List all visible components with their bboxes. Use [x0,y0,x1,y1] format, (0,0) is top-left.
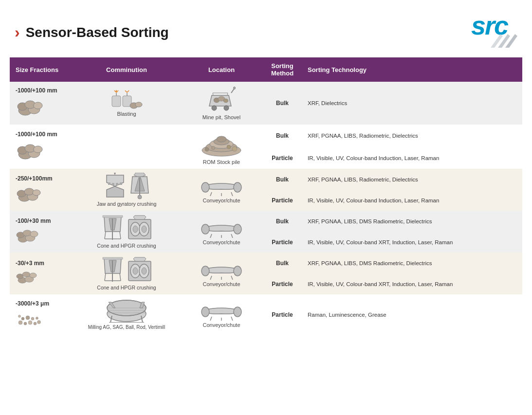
method-label: Particle [272,281,293,288]
logo-area: src [469,9,517,48]
technology-text: IR, Visible, UV, Colour-band XRT, Induct… [308,281,453,287]
svg-line-93 [210,276,212,280]
header-comminution: Comminution [73,57,180,82]
size-label: -1000/+100 mm [16,131,67,138]
blasting-icon-container: Blasting [79,90,174,117]
technology-text: XRF, Dielectrics [308,100,347,106]
method-label: Bulk [276,260,289,267]
svg-point-115 [202,307,209,317]
comminution-cell [73,125,180,169]
size-cell: -1000/+100 mm [10,82,73,125]
comminution-cell: Milling AG, SAG, Ball, Rod, Vertimill [73,294,180,335]
svg-line-16 [125,90,127,92]
mill-icon-container: Milling AG, SAG, Ball, Rod, Vertimill [79,298,174,331]
comminution-cell: Cone and HPGR crushing [73,211,180,253]
size-label: -250/+100mm [16,175,67,182]
location-cell: Conveyor/chute [180,169,263,211]
technology-cell-bulk: XRF, PGNAA, LIBS, DMS Radiometric, Diele… [302,253,522,273]
svg-point-80 [30,273,37,278]
svg-point-50 [138,195,142,199]
table-row: -250/+100mm [10,169,522,190]
size-label: -30/+3 mm [16,260,67,267]
comminution-cell: Jaw and gyratory crushing [73,169,180,211]
location-cell: Conveyor/chute [180,253,263,294]
comminution-label: Cone and HPGR crushing [97,285,156,290]
crusher-icons [102,215,152,241]
technology-text: IR, Visible, UV, Colour-band Induction, … [308,198,439,203]
comminution-label: Milling AG, SAG, Ball, Rod, Vertimill [88,324,165,331]
title-chevron-icon: › [15,23,20,41]
method-cell-bulk: Bulk [263,253,302,273]
svg-point-30 [34,146,42,153]
mill-icon [105,298,148,323]
conveyor-icon [200,177,243,196]
svg-point-21 [224,106,229,110]
svg-line-117 [210,317,212,321]
svg-point-70 [142,226,147,233]
stock-pile-icon-container: ROM Stock pile [186,128,257,165]
technology-cell-particle: IR, Visible, UV, Colour-band XRT, Induct… [302,273,522,294]
svg-point-71 [202,224,209,234]
method-label: Particle [272,239,293,246]
svg-line-75 [231,234,233,238]
conveyor-icon [200,218,243,238]
svg-point-20 [212,106,217,110]
svg-line-95 [231,276,233,280]
svg-point-98 [28,321,32,325]
svg-point-92 [234,266,241,276]
comminution-cell: Cone and HPGR crushing [73,253,180,294]
svg-point-97 [24,322,27,325]
svg-point-96 [18,321,22,325]
svg-point-104 [36,317,38,320]
mine-pit-icon-container: Mine pit, Shovel [186,86,257,121]
svg-rect-48 [120,182,122,185]
svg-line-53 [210,192,212,196]
size-cell: -100/+30 mm [10,211,73,253]
svg-point-19 [135,102,142,107]
method-label: Bulk [276,132,289,139]
location-cell: ROM Stock pile [180,125,263,169]
size-label: -1000/+100 mm [16,87,67,94]
jaw-crusher-icon-container: Jaw and gyratory crushing [79,173,174,207]
method-label: Particle [272,155,293,162]
location-cell: Conveyor/chute [180,211,263,253]
svg-point-90 [142,268,147,274]
conveyor3-icon [200,301,243,321]
table-row: -100/+30 mm [10,211,522,232]
crusher-icons [102,256,152,283]
method-cell-particle: Particle [263,273,302,294]
location-label: Conveyor/chute [202,198,240,203]
rocks-icon [16,96,45,118]
svg-rect-46 [112,183,114,185]
cone-crusher2-icon [102,256,124,283]
technology-cell-bulk: XRF, PGNAA, LIBS, Radiometric, Dielectri… [302,169,522,190]
method-cell-particle: Particle [263,190,302,211]
blasting-icon [107,90,146,109]
svg-point-116 [234,307,241,317]
method-cell-bulk: Bulk [263,169,302,190]
svg-line-119 [231,317,233,321]
table-row: -30/+3 mm [10,253,522,273]
cone-crusher-icon [102,215,124,241]
svg-point-60 [30,231,38,237]
crusher-icons [104,173,149,199]
svg-rect-9 [112,96,121,107]
svg-line-17 [127,90,129,92]
svg-point-35 [217,136,226,142]
technology-cell-particle: IR, Visible, UV, Colour-band XRT, Induct… [302,232,522,253]
jaw-crusher-icon [104,173,126,199]
technology-text: XRF, PGNAA, LIBS, Radiometric, Dielectri… [308,177,418,182]
header-technology: Sorting Technology [302,57,522,82]
svg-point-100 [37,321,41,324]
main-table: Size Fractions Comminution Location Sort… [10,57,522,335]
title-area: › Sensor-Based Sorting [15,9,169,41]
size-cell: -3000/+3 μm [10,294,73,335]
technology-text: IR, Visible, UV, Colour-band Induction, … [308,155,439,161]
size-label: -100/+30 mm [16,217,67,224]
svg-line-55 [231,192,233,196]
table-row: -1000/+100 mm [10,82,522,125]
svg-point-103 [31,317,34,320]
hpgr-icon [128,215,152,241]
location-label: Conveyor/chute [202,322,240,328]
svg-point-69 [133,226,138,233]
